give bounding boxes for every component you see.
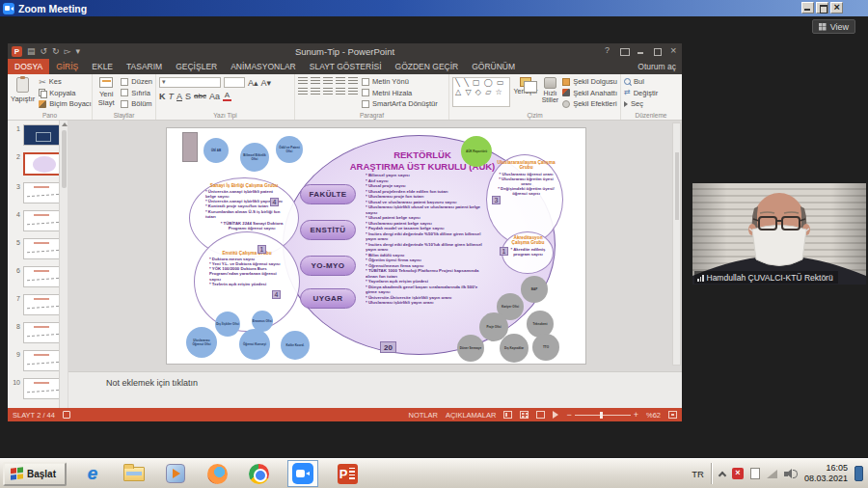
blue-circle[interactable]: ÜSİ AB bbox=[203, 138, 229, 163]
strikethrough-button[interactable]: abc bbox=[194, 92, 206, 101]
firefox-icon[interactable] bbox=[204, 461, 230, 486]
hidden-icons-chevron[interactable] bbox=[719, 471, 726, 478]
ribbon-tab[interactable]: GÖZDEN GEÇİR bbox=[389, 59, 466, 74]
ppt-minimize-icon[interactable] bbox=[636, 46, 645, 56]
help-icon[interactable] bbox=[603, 46, 612, 56]
select-button[interactable]: Seç bbox=[624, 99, 658, 108]
grow-font-icon[interactable]: A▴ bbox=[248, 78, 258, 88]
align-right-icon[interactable] bbox=[323, 88, 333, 95]
gray-circle[interactable]: Döner Sermaye bbox=[457, 335, 484, 362]
tray-clock[interactable]: 16:05 08.03.2021 bbox=[804, 463, 848, 484]
unit-pill[interactable]: YO-MYO bbox=[300, 256, 356, 276]
shrink-font-icon[interactable]: A▾ bbox=[261, 78, 272, 88]
ribbon-tab[interactable]: GEÇİŞLER bbox=[169, 59, 224, 74]
copy-button[interactable]: Kopyala bbox=[39, 89, 93, 97]
numbering-icon[interactable] bbox=[311, 77, 320, 85]
zoom-thumb[interactable] bbox=[600, 412, 603, 419]
columns-icon[interactable] bbox=[348, 88, 358, 95]
blue-circle[interactable]: Ödül ve Patent Ofisi bbox=[276, 136, 303, 163]
blue-circle[interactable]: Öğrenci Konseyi bbox=[239, 329, 270, 360]
blue-circle[interactable]: Kalite Koord. bbox=[281, 331, 310, 360]
comments-toggle[interactable]: AÇIKLAMALAR bbox=[446, 411, 497, 420]
slide-thumbnail[interactable]: 10 bbox=[12, 378, 65, 399]
show-desktop-button[interactable] bbox=[854, 466, 863, 481]
indent-increase-icon[interactable] bbox=[336, 77, 345, 85]
slide-thumbnail[interactable]: 1 bbox=[12, 124, 65, 146]
qat-dropdown-icon[interactable]: ▾ bbox=[76, 43, 81, 59]
language-indicator[interactable]: TR bbox=[692, 469, 704, 479]
ribbon-tab[interactable]: DOSYA bbox=[8, 59, 49, 74]
cut-button[interactable]: ✂Kes bbox=[39, 77, 93, 86]
thumbnail-scrollbar[interactable] bbox=[59, 121, 68, 408]
shape-effects-button[interactable]: Şekil Efektleri bbox=[562, 99, 617, 108]
slide-thumbnail[interactable]: 8 bbox=[12, 322, 65, 343]
blue-circle[interactable]: Bilimsel Etkinlik Ofisi bbox=[240, 143, 269, 172]
start-from-beginning-icon[interactable]: ▻ bbox=[65, 43, 71, 59]
close-button[interactable] bbox=[830, 2, 843, 14]
section-button[interactable]: Bölüm bbox=[121, 99, 152, 108]
spellcheck-icon[interactable] bbox=[63, 411, 70, 419]
reset-button[interactable]: Sıfırla bbox=[121, 89, 152, 97]
ribbon-tab[interactable]: GİRİŞ bbox=[49, 59, 85, 74]
normal-view-icon[interactable] bbox=[503, 411, 512, 419]
notes-pane[interactable]: Not eklemek için tıklatın bbox=[68, 371, 682, 408]
indent-decrease-icon[interactable] bbox=[323, 77, 333, 85]
reading-view-icon[interactable] bbox=[536, 411, 545, 419]
font-size-combobox[interactable] bbox=[224, 77, 245, 88]
change-case-button[interactable]: Aa bbox=[209, 92, 220, 101]
shadow-button[interactable]: S bbox=[185, 92, 191, 101]
notes-toggle[interactable]: NOTLAR bbox=[409, 411, 438, 420]
restore-button[interactable] bbox=[816, 2, 828, 14]
zoom-out-icon[interactable]: − bbox=[566, 411, 571, 419]
fit-slide-icon[interactable] bbox=[668, 411, 677, 419]
shapes-gallery[interactable]: ╲ ╲ ▢ ◯ ▭ △ ▽ ◇ ▱ ☆ bbox=[452, 77, 510, 107]
zoom-view-button[interactable]: View bbox=[812, 19, 855, 34]
internet-explorer-icon[interactable]: e bbox=[80, 461, 105, 486]
ribbon-tab[interactable]: TASARIM bbox=[120, 59, 169, 74]
zoom-taskbar-icon-active[interactable] bbox=[287, 460, 318, 487]
ribbon-tab[interactable]: GÖRÜNÜM bbox=[465, 59, 522, 74]
tray-document-icon[interactable] bbox=[750, 468, 760, 479]
auk-raportoru-circle[interactable]: AÜK Raportörü bbox=[461, 136, 492, 167]
gray-circle[interactable]: Dış Kaynaklar bbox=[500, 334, 529, 363]
new-slide-button[interactable]: Yeni Slayt bbox=[95, 77, 117, 107]
media-player-icon[interactable] bbox=[163, 461, 188, 486]
text-direction-button[interactable]: Metin Yönü bbox=[362, 77, 438, 86]
minimize-button[interactable] bbox=[801, 2, 814, 14]
rectangle-shape[interactable] bbox=[182, 132, 198, 162]
align-center-icon[interactable] bbox=[311, 88, 320, 95]
replace-button[interactable]: ⇄Değiştir bbox=[624, 89, 658, 97]
ppt-maximize-icon[interactable] bbox=[652, 46, 662, 56]
slideshow-view-icon[interactable] bbox=[553, 411, 558, 419]
blue-circle[interactable]: Dış İlişkiler Ofisi bbox=[215, 312, 240, 337]
shape-fill-button[interactable]: Şekil Dolgusu bbox=[562, 77, 617, 86]
zoom-percentage[interactable]: %62 bbox=[646, 411, 661, 420]
underline-button[interactable]: A bbox=[176, 92, 182, 101]
italic-button[interactable]: T bbox=[169, 92, 175, 101]
slide-canvas[interactable]: REKTÖRLÜK ARAŞTIRMA ÜST KURULU (AÜK) Bil… bbox=[166, 127, 586, 365]
redo-icon[interactable]: ↻ bbox=[52, 43, 60, 59]
slide-thumbnail[interactable]: 4 bbox=[12, 210, 65, 231]
slide-thumbnail[interactable]: 5 bbox=[12, 238, 65, 259]
ppt-close-icon[interactable] bbox=[668, 46, 678, 56]
zoom-in-icon[interactable]: + bbox=[634, 411, 638, 419]
slide-thumbnail[interactable]: 7 bbox=[12, 294, 65, 315]
zoom-track[interactable] bbox=[575, 415, 631, 416]
bullets-icon[interactable] bbox=[298, 77, 308, 85]
font-name-combobox[interactable]: ▾ bbox=[159, 77, 221, 88]
unit-pill[interactable]: UYGAR bbox=[300, 288, 356, 309]
align-left-icon[interactable] bbox=[298, 88, 308, 95]
arrange-button[interactable]: Yerleştir bbox=[514, 77, 538, 95]
quick-styles-button[interactable]: Hızlı Stiller bbox=[542, 77, 559, 103]
align-text-button[interactable]: Metni Hizala bbox=[362, 89, 438, 97]
unit-pill[interactable]: ENSTİTÜ bbox=[300, 220, 356, 240]
layout-button[interactable]: Düzen bbox=[121, 77, 152, 86]
undo-icon[interactable]: ↺ bbox=[41, 43, 48, 59]
zoom-slider[interactable]: − + bbox=[566, 411, 638, 419]
powerpoint-taskbar-icon[interactable]: P bbox=[335, 461, 360, 486]
unit-pill[interactable]: FAKÜLTE bbox=[300, 184, 356, 204]
line-spacing-icon[interactable] bbox=[348, 77, 358, 85]
blue-circle[interactable]: Uluslararası Öğrenci Ofisi bbox=[186, 327, 217, 358]
ribbon-tab[interactable]: SLAYT GÖSTERİSİ bbox=[303, 59, 389, 74]
network-icon[interactable] bbox=[767, 470, 777, 478]
